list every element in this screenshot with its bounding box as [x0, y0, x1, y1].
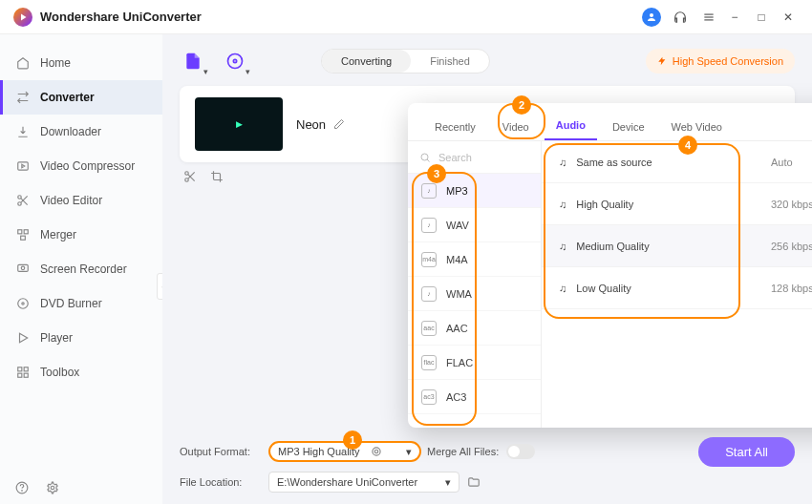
- quality-same[interactable]: ♫Same as sourceAuto: [542, 141, 812, 183]
- svg-rect-18: [18, 368, 22, 371]
- app-title: Wondershare UniConverter: [40, 10, 202, 24]
- format-flac[interactable]: flacFLAC: [408, 346, 541, 380]
- badge-2: 2: [512, 95, 531, 115]
- file-location-select[interactable]: E:\Wondershare UniConverter▾: [268, 472, 459, 493]
- file-location-value: E:\Wondershare UniConverter: [277, 476, 417, 488]
- bolt-icon: [657, 55, 667, 67]
- sidebar-item-label: Home: [40, 56, 71, 70]
- minimize-button[interactable]: −: [724, 7, 745, 28]
- music-icon: ♫: [559, 157, 566, 168]
- chevron-down-icon: ▾: [406, 446, 412, 458]
- quality-name: Low Quality: [576, 283, 630, 294]
- format-wav[interactable]: ♪WAV: [408, 208, 541, 242]
- badge-4: 4: [678, 136, 697, 155]
- titlebar: Wondershare UniConverter − □ ✕: [0, 0, 812, 34]
- sidebar-item-dvd[interactable]: DVD Burner: [0, 286, 162, 321]
- format-ac3[interactable]: ac3AC3: [408, 380, 541, 414]
- sidebar-item-recorder[interactable]: Screen Recorder: [0, 252, 162, 286]
- format-label: WAV: [446, 220, 469, 231]
- popup-tab-audio[interactable]: Audio: [545, 112, 597, 140]
- output-format-label: Output Format:: [180, 446, 261, 457]
- close-button[interactable]: ✕: [778, 7, 799, 28]
- chevron-down-icon: ▾: [445, 476, 451, 489]
- svg-point-27: [185, 172, 189, 176]
- format-icon: ♪: [421, 218, 437, 233]
- sidebar-item-compressor[interactable]: Video Compressor: [0, 149, 162, 183]
- crop-icon[interactable]: [210, 170, 224, 183]
- sidebar-item-toolbox[interactable]: Toolbox: [0, 355, 162, 389]
- sidebar-item-converter[interactable]: Converter: [0, 80, 162, 115]
- add-dvd-button[interactable]: ▾: [222, 48, 248, 74]
- tab-finished[interactable]: Finished: [411, 50, 489, 73]
- svg-point-14: [21, 266, 25, 270]
- svg-rect-12: [21, 236, 26, 240]
- quality-value: 256 kbps: [771, 241, 812, 252]
- svg-line-32: [427, 159, 430, 162]
- start-all-button[interactable]: Start All: [698, 437, 795, 467]
- sidebar-item-label: Video Editor: [40, 194, 102, 207]
- quality-low[interactable]: ♫Low Quality128 kbps: [542, 267, 812, 309]
- sidebar-item-label: Merger: [40, 228, 76, 242]
- support-icon[interactable]: [671, 8, 690, 27]
- format-icon: aac: [421, 321, 437, 336]
- sidebar-item-merger[interactable]: Merger: [0, 218, 162, 252]
- svg-marker-5: [22, 164, 25, 168]
- sidebar-item-label: Screen Recorder: [40, 262, 127, 276]
- sidebar-item-downloader[interactable]: Downloader: [0, 115, 162, 149]
- svg-point-16: [22, 303, 24, 304]
- account-icon[interactable]: [642, 8, 661, 27]
- sidebar-item-label: Toolbox: [40, 366, 79, 379]
- trim-icon[interactable]: [183, 170, 197, 183]
- download-icon: [15, 124, 31, 139]
- quality-value: Auto: [771, 157, 812, 168]
- search-icon: [419, 152, 431, 163]
- quality-high[interactable]: ♫High Quality320 kbps: [542, 183, 812, 225]
- quality-medium[interactable]: ♫Medium Quality256 kbps: [542, 225, 812, 267]
- popup-tab-device[interactable]: Device: [601, 114, 656, 140]
- thumbnail[interactable]: ▶: [195, 97, 283, 151]
- tab-converting[interactable]: Converting: [322, 50, 411, 73]
- svg-point-24: [51, 486, 54, 490]
- svg-point-15: [18, 299, 29, 309]
- sidebar-item-home[interactable]: Home: [0, 46, 162, 80]
- quality-name: Medium Quality: [576, 241, 649, 252]
- popup-tab-video[interactable]: Video: [491, 114, 541, 140]
- menu-icon[interactable]: [699, 8, 718, 27]
- toolbox-icon: [15, 365, 31, 380]
- format-icon: ♪: [421, 183, 437, 199]
- svg-point-23: [22, 491, 23, 492]
- merge-label: Merge All Files:: [427, 446, 499, 457]
- popup-tab-recently[interactable]: Recently: [423, 114, 487, 140]
- badge-1: 1: [343, 430, 362, 450]
- format-label: MP3: [446, 185, 468, 197]
- sidebar-item-editor[interactable]: Video Editor: [0, 183, 162, 218]
- add-file-button[interactable]: ▾: [180, 48, 206, 74]
- hsc-label: High Speed Conversion: [673, 55, 783, 67]
- settings-icon[interactable]: [46, 481, 59, 494]
- help-icon[interactable]: [15, 481, 29, 494]
- svg-rect-13: [18, 264, 29, 271]
- svg-marker-17: [20, 333, 28, 342]
- quality-name: Same as source: [576, 157, 652, 168]
- format-aac[interactable]: aacAAC: [408, 311, 541, 346]
- folder-icon[interactable]: [467, 475, 481, 489]
- svg-point-28: [185, 178, 189, 182]
- svg-point-26: [233, 59, 236, 62]
- compress-icon: [15, 158, 31, 174]
- format-label: AAC: [446, 323, 468, 334]
- file-location-label: File Location:: [180, 476, 261, 488]
- merge-toggle[interactable]: [506, 444, 535, 459]
- format-wma[interactable]: ♪WMA: [408, 277, 541, 311]
- sidebar-item-label: DVD Burner: [40, 297, 102, 310]
- svg-rect-4: [18, 162, 29, 170]
- high-speed-badge[interactable]: High Speed Conversion: [646, 49, 795, 74]
- app-logo: [13, 8, 32, 27]
- gear-icon[interactable]: [370, 445, 383, 458]
- svg-rect-11: [24, 230, 28, 234]
- format-m4a[interactable]: m4aM4A: [408, 242, 541, 277]
- maximize-button[interactable]: □: [751, 7, 772, 28]
- sidebar-item-player[interactable]: Player: [0, 321, 162, 355]
- quality-name: High Quality: [576, 199, 633, 210]
- popup-tab-webvideo[interactable]: Web Video: [660, 114, 734, 140]
- rename-icon[interactable]: [333, 118, 345, 130]
